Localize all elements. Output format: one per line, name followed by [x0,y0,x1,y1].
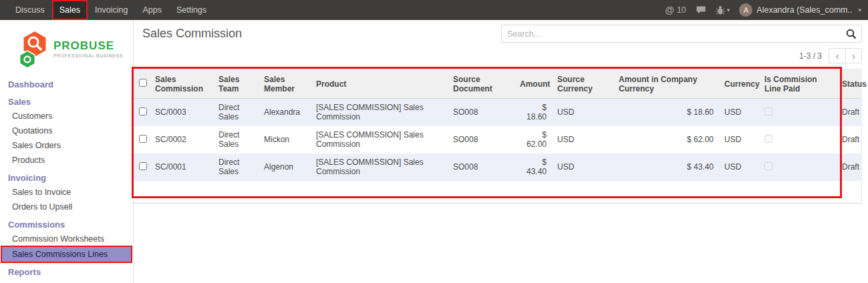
cell-amount-company-currency[interactable]: $ 18.60 [613,99,719,126]
cell-status[interactable]: Draft [837,126,862,154]
col-header-source-document[interactable]: Source Document [448,69,515,99]
cell-sales-member[interactable]: Alexandra [259,99,311,126]
col-header-amount[interactable]: Amount [515,69,552,99]
cell-is-paid [759,126,837,154]
cell-status[interactable]: Draft [837,99,862,126]
table-header-row: Sales Commission Sales Team Sales Member… [134,69,862,99]
select-all-cell [134,69,150,99]
cell-reference[interactable]: SC/0001 [150,154,213,181]
avatar: A [739,3,752,17]
row-select-checkbox[interactable] [139,107,147,115]
search-icon[interactable] [845,28,857,43]
row-select-cell [134,126,150,154]
chevron-right-icon: › [852,50,855,61]
cell-source-currency[interactable]: USD [552,126,613,154]
sidebar-section-dashboard[interactable]: Dashboard [0,77,133,91]
chevron-left-icon: ‹ [836,50,839,61]
cell-source-currency[interactable]: USD [552,154,613,181]
cell-reference[interactable]: SC/0002 [150,126,213,154]
col-header-sales-team[interactable]: Sales Team [213,69,259,99]
pager-next-button[interactable]: › [845,48,862,63]
user-name: Alexandra (Sales_comm.. [756,5,852,15]
mention-counter[interactable]: @ 10 [665,5,686,15]
cell-source-document[interactable]: SO008 [448,154,515,181]
sidebar-section-commissions[interactable]: Commissions [0,218,133,232]
pager-previous-button[interactable]: ‹ [829,48,845,63]
cell-amount[interactable]: $ 43.40 [515,154,552,181]
col-header-currency[interactable]: Currency [719,69,759,99]
menu-discuss[interactable]: Discuss [8,0,52,20]
sidebar-item-orders-to-upsell[interactable]: Orders to Upsell [0,200,133,214]
cell-currency[interactable]: USD [719,126,759,154]
col-header-sales-commission[interactable]: Sales Commission [150,69,213,99]
col-header-amount-company-currency[interactable]: Amount in Company Currency [613,69,719,99]
mention-count: 10 [677,5,686,15]
table-row[interactable]: SC/0002 Direct Sales Mickon [SALES COMMI… [134,126,862,154]
sidebar-section-reports[interactable]: Reports [0,265,133,279]
row-select-cell [134,154,150,181]
cell-amount[interactable]: $ 18.60 [515,99,552,126]
cell-sales-team[interactable]: Direct Sales [213,126,259,154]
cell-product[interactable]: [SALES COMMISSION] Sales Commission [311,126,448,154]
sidebar-item-commission-worksheets[interactable]: Commission Worksheets [0,232,133,246]
sidebar-item-sales-to-invoice[interactable]: Sales to Invoice [0,185,133,200]
menu-apps[interactable]: Apps [135,0,169,20]
logo-subtitle: PROFESSIONAL BUSINESS [53,53,123,58]
cell-amount-company-currency[interactable]: $ 43.40 [613,154,719,181]
cell-source-currency[interactable]: USD [552,99,613,126]
col-header-product[interactable]: Product [311,69,448,99]
sidebar-item-reports-sales[interactable]: Sales [0,279,133,283]
col-header-is-commission-line-paid[interactable]: Is Commision Line Paid [759,69,837,99]
cell-currency[interactable]: USD [719,99,759,126]
cell-status[interactable]: Draft [837,154,862,181]
cell-is-paid [759,154,837,181]
cell-product[interactable]: [SALES COMMISSION] Sales Commission [311,99,448,126]
is-paid-checkbox [764,107,772,115]
cell-reference[interactable]: SC/0003 [150,99,213,126]
sidebar-item-sales-commissions-lines[interactable]: Sales Commissions Lines [2,247,131,262]
cell-amount[interactable]: $ 62.00 [515,126,552,154]
menu-settings[interactable]: Settings [169,0,214,20]
sidebar-item-quotations[interactable]: Quotations [0,123,133,138]
cell-source-document[interactable]: SO008 [448,126,515,154]
cell-sales-member[interactable]: Algenon [259,154,311,181]
table-row[interactable]: SC/0001 Direct Sales Algenon [SALES COMM… [134,154,862,181]
caret-down-icon: ▾ [858,7,861,13]
sidebar-item-customers[interactable]: Customers [0,109,133,123]
logo-text: PROBUSE PROFESSIONAL BUSINESS [53,40,123,58]
row-select-checkbox[interactable] [139,162,147,170]
list-view-sheet: Sales Commission Sales Team Sales Member… [134,69,862,204]
sidebar-nav: Dashboard Sales Customers Quotations Sal… [0,77,133,283]
sidebar-item-products[interactable]: Products [0,153,133,168]
cell-source-document[interactable]: SO008 [448,99,515,126]
select-all-checkbox[interactable] [139,79,147,87]
row-select-checkbox[interactable] [139,135,147,143]
menu-sales[interactable]: Sales [52,0,88,20]
col-header-source-currency[interactable]: Source Currency [552,69,613,99]
top-navbar: Discuss Sales Invoicing Apps Settings @ … [0,0,868,20]
sidebar-item-sales-orders[interactable]: Sales Orders [0,138,133,153]
sidebar-section-sales[interactable]: Sales [0,95,133,109]
cell-sales-team[interactable]: Direct Sales [213,99,259,126]
col-header-sales-member[interactable]: Sales Member [259,69,311,99]
debug-bug-icon[interactable]: ▾ [716,5,730,15]
cell-amount-company-currency[interactable]: $ 62.00 [613,126,719,154]
col-header-status[interactable]: Status [837,69,862,99]
sidebar: PROBUSE PROFESSIONAL BUSINESS Dashboard … [0,20,134,283]
pager: 1-3 / 3 ‹ › [799,48,862,63]
table-row[interactable]: SC/0003 Direct Sales Alexandra [SALES CO… [134,99,862,126]
search-box [501,25,862,43]
is-paid-checkbox [764,135,772,143]
cell-sales-member[interactable]: Mickon [259,126,311,154]
search-input[interactable] [507,29,843,39]
top-menu: Discuss Sales Invoicing Apps Settings [0,0,214,20]
pager-range: 1-3 / 3 [799,51,822,61]
sidebar-section-invoicing[interactable]: Invoicing [0,171,133,185]
cell-currency[interactable]: USD [719,154,759,181]
user-menu[interactable]: A Alexandra (Sales_comm.. ▾ [739,3,861,17]
cell-sales-team[interactable]: Direct Sales [213,154,259,181]
menu-invoicing[interactable]: Invoicing [88,0,135,20]
cell-product[interactable]: [SALES COMMISSION] Sales Commission [311,154,448,181]
caret-down-icon: ▾ [727,7,730,13]
messages-icon[interactable] [696,5,706,15]
